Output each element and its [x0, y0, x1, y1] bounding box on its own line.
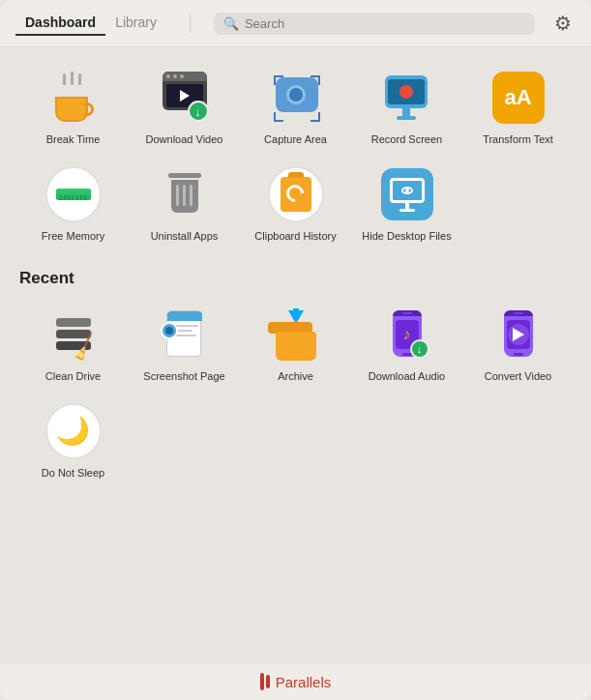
parallels-bar-2 — [266, 675, 270, 688]
screenshot-page-label: Screenshot Page — [143, 369, 224, 383]
header: Dashboard Library 🔍 ⚙ — [0, 0, 591, 47]
parallels-bar-1 — [260, 673, 264, 690]
free-memory-icon-wrapper — [44, 165, 103, 223]
hide-desktop-icon — [381, 168, 433, 220]
tab-library[interactable]: Library — [105, 11, 166, 36]
tool-clean-drive[interactable]: 🧹 Clean Drive — [19, 300, 127, 389]
archive-icon — [270, 308, 322, 361]
break-time-label: Break Time — [46, 132, 101, 146]
tab-bar: Dashboard Library — [15, 11, 166, 36]
clipboard-history-label: Clipboard History — [254, 229, 336, 243]
moon-icon: 🌙 — [56, 415, 90, 447]
parallels-bars-icon — [260, 673, 270, 690]
uninstall-apps-label: Uninstall Apps — [151, 229, 219, 243]
clean-drive-icon-wrapper: 🧹 — [44, 306, 103, 364]
break-time-icon — [47, 72, 100, 124]
capture-area-icon — [270, 72, 322, 124]
hide-desktop-label: Hide Desktop Files — [362, 229, 451, 243]
capture-area-label: Capture Area — [264, 132, 327, 146]
download-audio-icon: ♪ ↓ — [381, 308, 433, 361]
footer: Parallels — [0, 662, 591, 700]
tool-uninstall-apps[interactable]: Uninstall Apps — [131, 160, 238, 248]
do-not-sleep-icon-wrapper: 🌙 — [44, 402, 103, 460]
download-audio-icon-wrapper: ♪ ↓ — [378, 306, 436, 364]
settings-button[interactable]: ⚙ — [550, 10, 576, 37]
tool-download-audio[interactable]: ♪ ↓ Download Audio — [353, 300, 460, 389]
tool-archive[interactable]: Archive — [242, 300, 349, 389]
tool-hide-desktop-files[interactable]: Hide Desktop Files — [353, 160, 460, 248]
hide-desktop-icon-wrapper — [378, 165, 436, 223]
download-audio-label: Download Audio — [369, 369, 446, 383]
tool-clipboard-history[interactable]: Clipboard History — [242, 160, 349, 248]
search-box[interactable]: 🔍 — [214, 13, 535, 35]
tool-transform-text[interactable]: aA Transform Text — [464, 63, 572, 152]
break-time-icon-wrapper — [44, 69, 103, 127]
tab-dashboard[interactable]: Dashboard — [15, 11, 105, 36]
tool-do-not-sleep[interactable]: 🌙 Do Not Sleep — [19, 396, 127, 485]
download-video-label: Download Video — [146, 132, 223, 146]
download-video-icon: ↓ — [159, 72, 211, 124]
download-video-icon-wrapper: ↓ — [156, 69, 214, 127]
parallels-logo: Parallels — [260, 673, 332, 690]
free-memory-icon — [45, 166, 102, 222]
convert-video-icon-wrapper — [489, 306, 547, 364]
tool-record-screen[interactable]: Record Screen — [353, 63, 460, 152]
uninstall-apps-icon-wrapper — [156, 165, 214, 223]
clean-drive-label: Clean Drive — [45, 369, 101, 383]
do-not-sleep-label: Do Not Sleep — [42, 466, 104, 480]
parallels-text: Parallels — [276, 674, 332, 690]
tool-download-video[interactable]: ↓ Download Video — [131, 63, 238, 152]
free-memory-label: Free Memory — [42, 229, 104, 243]
clean-drive-icon: 🧹 — [47, 308, 100, 361]
recent-section-label: Recent — [19, 269, 572, 288]
archive-label: Archive — [278, 369, 313, 383]
tools-grid: Break Time — [19, 63, 572, 249]
tool-screenshot-page[interactable]: Screenshot Page — [131, 300, 238, 389]
tool-free-memory[interactable]: Free Memory — [19, 160, 127, 248]
clipboard-history-icon-wrapper — [267, 165, 325, 223]
transform-text-icon-wrapper: aA — [489, 69, 547, 127]
record-screen-icon-wrapper — [378, 69, 436, 127]
record-screen-label: Record Screen — [371, 132, 442, 146]
record-screen-icon — [381, 72, 433, 124]
transform-text-label: Transform Text — [483, 132, 553, 146]
main-content: Break Time — [0, 47, 591, 662]
archive-icon-wrapper — [267, 306, 325, 364]
capture-area-icon-wrapper — [267, 69, 325, 127]
recent-grid: 🧹 Clean Drive — [19, 300, 572, 486]
transform-text-icon: aA — [492, 72, 545, 124]
do-not-sleep-icon: 🌙 — [45, 403, 102, 459]
tool-break-time[interactable]: Break Time — [19, 63, 127, 152]
search-icon: 🔍 — [223, 16, 239, 31]
tool-convert-video[interactable]: Convert Video — [464, 300, 572, 389]
convert-video-icon — [492, 308, 545, 361]
search-input[interactable] — [245, 16, 525, 31]
uninstall-apps-icon — [159, 168, 211, 220]
convert-video-label: Convert Video — [485, 369, 552, 383]
tool-capture-area[interactable]: Capture Area — [242, 63, 349, 152]
screenshot-page-icon-wrapper — [156, 306, 214, 364]
tab-separator — [190, 14, 191, 33]
clipboard-history-icon — [268, 166, 324, 222]
screenshot-page-icon — [159, 308, 211, 361]
